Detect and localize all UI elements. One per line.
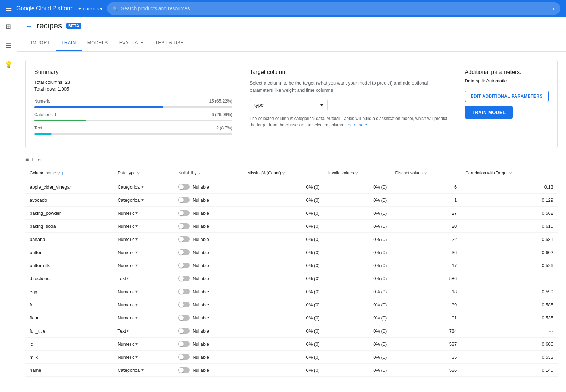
nullable-toggle[interactable]	[178, 354, 190, 360]
dtype-chevron-icon[interactable]: ▾	[135, 250, 138, 255]
dtype-chevron-icon[interactable]: ▾	[135, 302, 138, 307]
tab-import[interactable]: IMPORT	[25, 35, 56, 51]
target-column-title: Target column	[250, 69, 448, 75]
tab-models[interactable]: MODELS	[82, 35, 114, 51]
project-selector[interactable]: ✦ cookies ▾	[78, 6, 103, 11]
data-table: Column name ? ↑ Data type ? Nullability …	[25, 167, 558, 377]
nullable-toggle[interactable]	[178, 289, 190, 294]
dtype-chevron-icon[interactable]: ▾	[135, 354, 138, 359]
cell-name: baking_soda	[25, 220, 113, 233]
filter-icon[interactable]: ≡	[25, 156, 29, 163]
nullable-toggle[interactable]	[178, 315, 190, 321]
tab-test-use[interactable]: TEST & USE	[150, 35, 190, 51]
dtype-label: Categorical	[117, 197, 141, 203]
nullable-toggle[interactable]	[178, 223, 190, 229]
dtype-label: Text	[117, 328, 126, 334]
main-content: ← recipes BETA IMPORT TRAIN MODELS EVALU…	[17, 17, 566, 392]
cell-correlation: 0.13	[461, 180, 558, 194]
cell-name: id	[25, 338, 113, 351]
correlation-value: 0.535	[542, 315, 553, 321]
cell-distinct: 35	[391, 351, 461, 364]
edit-additional-params-button[interactable]: EDIT ADDITIONAL PARAMETERS	[465, 91, 549, 102]
correlation-value: ---	[549, 328, 553, 334]
cell-distinct: 39	[391, 298, 461, 311]
cell-nullability: Nullable	[174, 246, 243, 259]
dtype-chevron-icon[interactable]: ▾	[135, 211, 138, 215]
cell-distinct: 36	[391, 246, 461, 259]
cell-missing: 0% (0)	[243, 298, 324, 311]
cell-nullability: Nullable	[174, 311, 243, 324]
table-row: egg Numeric ▾ Nullable 0% (0) 0% (0) 18 …	[25, 285, 558, 298]
col-distinct-help-icon[interactable]: ?	[424, 171, 427, 176]
cell-distinct: 784	[391, 324, 461, 338]
tab-evaluate[interactable]: EVALUATE	[114, 35, 150, 51]
cell-missing: 0% (0)	[243, 364, 324, 377]
dtype-chevron-icon[interactable]: ▾	[135, 237, 138, 242]
correlation-value: 0.599	[542, 289, 553, 294]
cell-nullability: Nullable	[174, 220, 243, 233]
table-row: buttermilk Numeric ▾ Nullable 0% (0) 0% …	[25, 259, 558, 272]
tab-train[interactable]: TRAIN	[56, 35, 82, 51]
sidebar-list-icon[interactable]: ☰	[3, 39, 14, 52]
dtype-chevron-icon[interactable]: ▾	[127, 328, 129, 333]
dtype-chevron-icon[interactable]: ▾	[142, 197, 144, 202]
col-missing-help-icon[interactable]: ?	[282, 171, 285, 176]
sidebar-bulb-icon[interactable]: 💡	[2, 58, 15, 71]
cell-name: name	[25, 364, 113, 377]
cell-missing: 0% (0)	[243, 272, 324, 285]
dtype-chevron-icon[interactable]: ▾	[135, 289, 138, 294]
cell-invalid: 0% (0)	[324, 285, 391, 298]
back-button[interactable]: ←	[25, 22, 33, 30]
train-model-button[interactable]: TRAIN MODEL	[465, 106, 513, 119]
cell-distinct: 17	[391, 259, 461, 272]
nullable-toggle[interactable]	[178, 210, 190, 216]
nullable-toggle[interactable]	[178, 236, 190, 242]
col-invalid-help-icon[interactable]: ?	[355, 171, 358, 176]
app-logo: Google Cloud Platform	[16, 5, 74, 12]
cell-distinct: 22	[391, 233, 461, 246]
dtype-chevron-icon[interactable]: ▾	[142, 184, 144, 189]
correlation-value: 0.606	[542, 341, 553, 347]
col-name-help-icon[interactable]: ?	[57, 171, 60, 176]
nullable-toggle[interactable]	[178, 302, 190, 307]
nullable-toggle[interactable]	[178, 328, 190, 334]
dtype-chevron-icon[interactable]: ▾	[135, 315, 138, 320]
col-dtype-help-icon[interactable]: ?	[137, 171, 140, 176]
sidebar-grid-icon[interactable]: ⊞	[3, 20, 14, 33]
cell-missing: 0% (0)	[243, 338, 324, 351]
target-column-dropdown[interactable]: type ▾	[250, 99, 328, 111]
menu-icon[interactable]: ☰	[6, 4, 12, 13]
nullable-toggle[interactable]	[178, 263, 190, 268]
dtype-chevron-icon[interactable]: ▾	[142, 368, 144, 373]
cell-distinct: 1	[391, 194, 461, 207]
dtype-chevron-icon[interactable]: ▾	[135, 263, 138, 268]
nullable-toggle[interactable]	[178, 341, 190, 347]
dtype-chevron-icon[interactable]: ▾	[127, 276, 129, 281]
learn-more-link[interactable]: Learn more	[346, 122, 367, 127]
col-header-invalid: Invalid values ?	[324, 167, 391, 180]
dtype-chevron-icon[interactable]: ▾	[135, 341, 138, 346]
cell-missing: 0% (0)	[243, 285, 324, 298]
tab-bar: IMPORT TRAIN MODELS EVALUATE TEST & USE	[17, 35, 566, 52]
dtype-label: Numeric	[117, 289, 134, 294]
nullable-toggle[interactable]	[178, 197, 190, 203]
cell-name: baking_powder	[25, 207, 113, 220]
dtype-label: Numeric	[117, 302, 134, 307]
nullable-toggle[interactable]	[178, 249, 190, 255]
filter-label[interactable]: Filter	[31, 157, 42, 162]
table-row: milk Numeric ▾ Nullable 0% (0) 0% (0) 35…	[25, 351, 558, 364]
nullable-toggle[interactable]	[178, 367, 190, 373]
cell-name: milk	[25, 351, 113, 364]
nullable-toggle[interactable]	[178, 184, 190, 190]
col-nullability-help-icon[interactable]: ?	[198, 171, 201, 176]
cell-nullability: Nullable	[174, 364, 243, 377]
col-correlation-help-icon[interactable]: ?	[509, 171, 512, 176]
dtype-label: Categorical	[117, 184, 141, 190]
nullable-toggle[interactable]	[178, 276, 190, 281]
col-name-sort-icon[interactable]: ↑	[61, 171, 64, 176]
search-input[interactable]	[121, 6, 549, 11]
nullable-label: Nullable	[192, 224, 209, 229]
dtype-chevron-icon[interactable]: ▾	[135, 224, 138, 229]
table-row: directions Text ▾ Nullable 0% (0) 0% (0)…	[25, 272, 558, 285]
search-bar[interactable]: 🔍 ▾	[107, 2, 560, 15]
